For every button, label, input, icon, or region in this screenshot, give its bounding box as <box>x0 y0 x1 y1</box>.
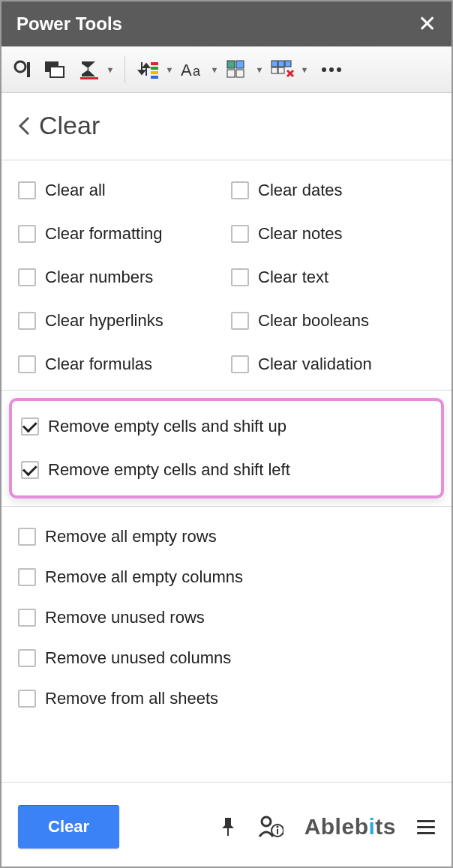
svg-rect-15 <box>272 61 278 67</box>
checkbox-icon <box>18 312 36 330</box>
checkbox-clear-formatting[interactable]: Clear formatting <box>18 219 222 249</box>
checkbox-clear-dates[interactable]: Clear dates <box>231 175 435 205</box>
menu-icon[interactable] <box>417 820 435 834</box>
toolbar-separator <box>124 56 125 83</box>
checkbox-label: Clear text <box>258 268 328 287</box>
svg-rect-18 <box>272 67 278 73</box>
checkbox-icon <box>231 355 249 373</box>
info-person-icon[interactable] <box>258 816 284 838</box>
svg-rect-19 <box>278 67 284 73</box>
svg-rect-11 <box>227 61 235 68</box>
svg-rect-8 <box>151 76 158 79</box>
chevron-down-icon[interactable]: ▼ <box>299 55 310 84</box>
checkbox-icon <box>18 690 36 708</box>
checkbox-label: Remove empty cells and shift up <box>48 417 286 436</box>
svg-rect-12 <box>236 61 244 68</box>
svg-rect-7 <box>151 71 158 74</box>
checkbox-icon <box>21 418 39 435</box>
checkbox-clear-numbers[interactable]: Clear numbers <box>18 262 222 292</box>
clear-button[interactable]: Clear <box>18 805 119 849</box>
fill-clear-icon[interactable] <box>42 55 70 84</box>
checkbox-clear-validation[interactable]: Clear validation <box>231 349 435 379</box>
svg-rect-27 <box>277 829 278 834</box>
footer-right: Ablebits <box>219 814 435 840</box>
checkbox-label: Clear hyperlinks <box>45 311 164 331</box>
checkbox-label: Remove from all sheets <box>45 689 218 708</box>
svg-rect-4 <box>80 77 98 79</box>
checkbox-remove-empty-rows[interactable]: Remove all empty rows <box>18 522 435 552</box>
checkbox-label: Clear formulas <box>45 355 152 374</box>
checkbox-icon <box>18 609 36 627</box>
svg-point-26 <box>276 826 278 828</box>
checkbox-clear-all[interactable]: Clear all <box>18 175 222 205</box>
highlight-callout: Remove empty cells and shift up Remove e… <box>9 398 444 498</box>
svg-point-24 <box>262 817 271 826</box>
split-icon[interactable] <box>224 55 253 84</box>
svg-rect-13 <box>227 70 235 77</box>
svg-rect-14 <box>236 70 244 77</box>
checkbox-label: Clear booleans <box>258 311 369 331</box>
checkbox-icon <box>18 649 36 667</box>
checkbox-label: Clear dates <box>258 181 343 200</box>
checkbox-icon <box>231 225 249 243</box>
sort-icon[interactable] <box>134 55 163 84</box>
checkbox-label: Remove all empty columns <box>45 567 243 587</box>
chevron-down-icon[interactable]: ▼ <box>105 55 116 84</box>
page-header: Clear <box>2 93 452 160</box>
svg-point-20 <box>322 67 326 72</box>
checkbox-remove-unused-rows[interactable]: Remove unused rows <box>18 603 435 633</box>
footer: Clear Ablebits <box>2 782 452 867</box>
checkbox-remove-empty-columns[interactable]: Remove all empty columns <box>18 562 435 592</box>
chevron-down-icon[interactable]: ▼ <box>164 55 175 84</box>
back-icon[interactable] <box>18 116 30 136</box>
chevron-down-icon[interactable]: ▼ <box>209 55 220 84</box>
checkbox-label: Remove empty cells and shift left <box>48 460 290 480</box>
svg-rect-3 <box>50 67 64 77</box>
svg-text:A: A <box>181 61 192 79</box>
svg-rect-6 <box>151 67 158 70</box>
checkbox-icon <box>18 268 36 286</box>
checkbox-clear-notes[interactable]: Clear notes <box>231 219 435 249</box>
clear-options-grid: Clear all Clear dates Clear formatting C… <box>18 175 435 379</box>
smartlookup-icon[interactable] <box>9 55 38 84</box>
checkbox-remove-empty-shift-left[interactable]: Remove empty cells and shift left <box>21 455 432 485</box>
checkbox-label: Remove unused columns <box>45 648 231 668</box>
checkbox-icon <box>231 181 249 199</box>
checkbox-clear-text[interactable]: Clear text <box>231 262 435 292</box>
checkbox-icon <box>18 181 36 199</box>
checkbox-label: Clear formatting <box>45 224 163 244</box>
pin-icon[interactable] <box>219 816 237 837</box>
svg-point-22 <box>337 67 341 72</box>
checkbox-clear-hyperlinks[interactable]: Clear hyperlinks <box>18 306 222 336</box>
svg-rect-5 <box>151 62 158 65</box>
checkbox-label: Clear notes <box>258 224 343 244</box>
checkbox-clear-booleans[interactable]: Clear booleans <box>231 306 435 336</box>
svg-rect-1 <box>27 62 30 77</box>
checkbox-label: Remove all empty rows <box>45 527 217 546</box>
checkbox-remove-unused-columns[interactable]: Remove unused columns <box>18 643 435 673</box>
checkbox-clear-formulas[interactable]: Clear formulas <box>18 349 222 379</box>
text-case-icon[interactable]: A a <box>179 55 208 84</box>
content-area: Clear all Clear dates Clear formatting C… <box>2 160 452 782</box>
page-title: Clear <box>39 111 100 140</box>
checkbox-icon <box>231 268 249 286</box>
clear-options-section: Clear all Clear dates Clear formatting C… <box>2 160 452 391</box>
checkbox-label: Clear all <box>45 181 106 200</box>
svg-point-0 <box>15 61 26 72</box>
remove-rows-section: Remove all empty rows Remove all empty c… <box>2 507 452 727</box>
shift-options-section: Remove empty cells and shift up Remove e… <box>2 398 452 507</box>
close-icon[interactable]: ✕ <box>418 13 436 35</box>
app-title: Power Tools <box>16 13 122 34</box>
sigma-icon[interactable] <box>75 55 104 84</box>
checkbox-label: Clear numbers <box>45 268 153 287</box>
remove-cells-icon[interactable] <box>269 55 298 84</box>
checkbox-icon <box>18 225 36 243</box>
checkbox-remove-empty-shift-up[interactable]: Remove empty cells and shift up <box>21 412 432 441</box>
svg-text:a: a <box>193 64 201 79</box>
checkbox-remove-from-all-sheets[interactable]: Remove from all sheets <box>18 684 435 714</box>
more-icon[interactable] <box>317 55 346 84</box>
svg-rect-23 <box>227 828 229 836</box>
checkbox-label: Clear validation <box>258 355 372 374</box>
chevron-down-icon[interactable]: ▼ <box>254 55 265 84</box>
checkbox-icon <box>21 461 39 479</box>
